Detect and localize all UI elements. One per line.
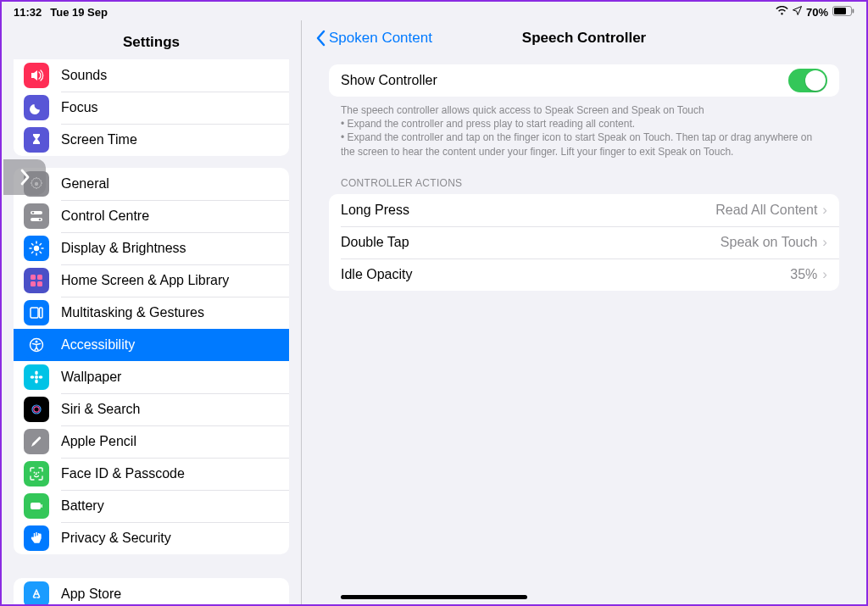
sidebar-item-focus[interactable]: Focus bbox=[14, 92, 289, 124]
flower-icon bbox=[24, 364, 49, 390]
status-time: 11:32 bbox=[14, 6, 42, 19]
appstore-icon bbox=[24, 581, 49, 604]
sidebar-item-label: Focus bbox=[61, 100, 98, 115]
speech-controller-handle[interactable] bbox=[3, 159, 46, 195]
svg-line-16 bbox=[40, 244, 42, 246]
svg-rect-22 bbox=[40, 308, 43, 318]
back-button[interactable]: Spoken Content bbox=[315, 30, 432, 47]
sidebar-item-accessibility[interactable]: Accessibility bbox=[14, 329, 289, 361]
svg-rect-2 bbox=[853, 8, 854, 13]
siri-icon bbox=[24, 397, 49, 422]
svg-point-8 bbox=[34, 246, 39, 251]
sidebar-item-label: Privacy & Security bbox=[61, 531, 171, 546]
controller-actions-header: CONTROLLER ACTIONS bbox=[329, 158, 839, 194]
svg-point-34 bbox=[38, 472, 40, 474]
faceid-icon bbox=[24, 461, 49, 486]
chevron-right-icon: › bbox=[822, 203, 827, 217]
svg-rect-35 bbox=[31, 503, 41, 509]
sidebar-item-label: Home Screen & App Library bbox=[61, 273, 229, 288]
battery-icon bbox=[24, 493, 49, 519]
sidebar-item-app-store[interactable]: App Store bbox=[14, 578, 289, 604]
sidebar-item-home-screen-app-library[interactable]: Home Screen & App Library bbox=[14, 264, 289, 297]
action-row-idle-opacity[interactable]: Idle Opacity35%› bbox=[329, 259, 839, 291]
sidebar-item-label: Display & Brightness bbox=[61, 241, 186, 256]
sidebar-item-multitasking-gestures[interactable]: Multitasking & Gestures bbox=[14, 297, 289, 329]
battery-percent: 70% bbox=[806, 6, 828, 19]
chevron-right-icon: › bbox=[822, 235, 827, 249]
sidebar-item-general[interactable]: General bbox=[14, 168, 289, 200]
svg-rect-36 bbox=[42, 504, 43, 508]
sidebar-item-control-centre[interactable]: Control Centre bbox=[14, 200, 289, 232]
moon-icon bbox=[24, 95, 49, 120]
sidebar-item-label: General bbox=[61, 176, 109, 192]
sidebar-item-label: App Store bbox=[61, 587, 121, 602]
svg-point-33 bbox=[34, 472, 36, 474]
wifi-icon bbox=[776, 6, 788, 18]
action-value: Read All Content bbox=[715, 203, 817, 218]
battery-icon bbox=[832, 6, 854, 19]
svg-rect-21 bbox=[31, 308, 38, 318]
svg-point-27 bbox=[35, 380, 38, 384]
sidebar-title: Settings bbox=[2, 20, 301, 59]
svg-rect-19 bbox=[31, 281, 36, 286]
svg-point-29 bbox=[39, 375, 43, 379]
svg-line-15 bbox=[32, 252, 34, 253]
detail-pane: Spoken Content Speech Controller Show Co… bbox=[302, 20, 866, 604]
sidebar-item-label: Battery bbox=[61, 498, 104, 514]
home-indicator[interactable] bbox=[341, 595, 527, 599]
speaker-icon bbox=[24, 63, 49, 88]
hourglass-icon bbox=[24, 127, 49, 153]
action-label: Long Press bbox=[341, 203, 409, 218]
svg-point-7 bbox=[39, 219, 42, 221]
show-controller-switch[interactable] bbox=[788, 69, 827, 92]
sidebar-item-sounds[interactable]: Sounds bbox=[14, 59, 289, 92]
status-bar: 11:32 Tue 19 Sep 70% bbox=[2, 2, 866, 20]
svg-point-28 bbox=[31, 375, 35, 379]
svg-point-26 bbox=[35, 371, 38, 375]
svg-rect-1 bbox=[834, 8, 846, 14]
sidebar-item-label: Accessibility bbox=[61, 337, 135, 353]
sidebar-item-label: Apple Pencil bbox=[61, 434, 136, 449]
sidebar-item-label: Wallpaper bbox=[61, 370, 121, 385]
sidebar-item-face-id-passcode[interactable]: Face ID & Passcode bbox=[14, 458, 289, 490]
sidebar-item-apple-pencil[interactable]: Apple Pencil bbox=[14, 425, 289, 458]
action-label: Double Tap bbox=[341, 235, 409, 250]
sidebar-item-label: Control Centre bbox=[61, 208, 149, 224]
action-value: Speak on Touch bbox=[721, 235, 817, 250]
action-row-double-tap[interactable]: Double TapSpeak on Touch› bbox=[329, 226, 839, 259]
grid-icon bbox=[24, 268, 49, 293]
brightness-icon bbox=[24, 236, 49, 261]
switches-icon bbox=[24, 203, 49, 229]
chevron-left-icon bbox=[315, 30, 327, 47]
svg-rect-17 bbox=[31, 275, 36, 280]
sidebar-item-siri-search[interactable]: Siri & Search bbox=[14, 393, 289, 425]
sidebar-item-label: Multitasking & Gestures bbox=[61, 305, 204, 320]
sidebar-item-label: Sounds bbox=[61, 68, 107, 83]
location-icon bbox=[793, 6, 802, 18]
action-row-long-press[interactable]: Long PressRead All Content› bbox=[329, 194, 839, 226]
chevron-right-icon: › bbox=[822, 267, 827, 281]
hand-icon bbox=[24, 525, 49, 551]
controller-explanation: The speech controller allows quick acces… bbox=[329, 97, 839, 158]
accessibility-icon bbox=[24, 332, 49, 358]
sidebar-item-privacy-security[interactable]: Privacy & Security bbox=[14, 522, 289, 554]
back-label: Spoken Content bbox=[329, 30, 432, 47]
sidebar-item-label: Screen Time bbox=[61, 132, 137, 147]
sidebar-item-wallpaper[interactable]: Wallpaper bbox=[14, 361, 289, 393]
svg-point-5 bbox=[32, 212, 35, 214]
action-label: Idle Opacity bbox=[341, 267, 412, 282]
status-date: Tue 19 Sep bbox=[50, 6, 108, 19]
svg-rect-18 bbox=[37, 275, 42, 280]
detail-title: Speech Controller bbox=[522, 30, 646, 47]
svg-line-13 bbox=[32, 244, 34, 246]
show-controller-row: Show Controller bbox=[329, 64, 839, 97]
sidebar-item-display-brightness[interactable]: Display & Brightness bbox=[14, 232, 289, 264]
sidebar-item-screen-time[interactable]: Screen Time bbox=[14, 124, 289, 156]
sidebar-item-battery[interactable]: Battery bbox=[14, 490, 289, 522]
svg-line-14 bbox=[40, 252, 42, 253]
sidebar-item-label: Siri & Search bbox=[61, 402, 140, 417]
svg-point-24 bbox=[36, 341, 38, 343]
pencil-icon bbox=[24, 429, 49, 454]
action-value: 35% bbox=[790, 267, 817, 282]
svg-rect-20 bbox=[37, 281, 42, 286]
